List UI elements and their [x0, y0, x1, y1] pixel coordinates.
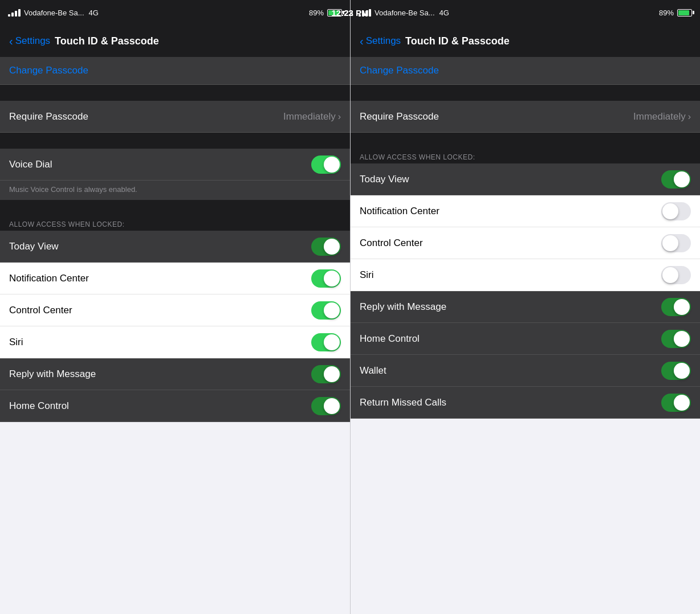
- right-notification-center-toggle[interactable]: [661, 202, 691, 220]
- toggle-knob: [324, 334, 340, 350]
- today-view-row[interactable]: Today View: [0, 231, 350, 263]
- right-status-right-group: 89%: [659, 9, 692, 17]
- right-spacer2: [351, 133, 700, 149]
- right-content: Change Passcode Require Passcode Immedia…: [351, 57, 700, 614]
- toggle-knob: [324, 271, 340, 286]
- require-passcode-label: Require Passcode: [9, 111, 88, 122]
- voice-dial-toggle[interactable]: [311, 155, 341, 174]
- right-change-passcode-section: Change Passcode: [351, 57, 700, 85]
- allow-access-header: ALLOW ACCESS WHEN LOCKED:: [0, 216, 350, 231]
- right-page-title: Touch ID & Passcode: [405, 35, 510, 47]
- right-home-control-row[interactable]: Home Control: [351, 323, 700, 355]
- left-status-bar: Vodafone-Be Sa... 4G 12:23 PM 89%: [0, 0, 350, 25]
- siri-toggle[interactable]: [311, 333, 341, 351]
- right-return-calls-label: Return Missed Calls: [360, 397, 446, 408]
- right-siri-row[interactable]: Siri: [351, 259, 700, 291]
- notification-center-toggle[interactable]: [311, 269, 341, 288]
- toggle-knob: [662, 267, 678, 283]
- toggle-knob: [324, 302, 340, 318]
- voice-dial-label: Voice Dial: [9, 159, 52, 170]
- reply-message-toggle[interactable]: [311, 365, 341, 383]
- right-notification-center-row[interactable]: Notification Center: [351, 195, 700, 227]
- right-reply-message-label: Reply with Message: [360, 301, 446, 313]
- right-return-calls-row[interactable]: Return Missed Calls: [351, 387, 700, 419]
- right-status-bar: Vodafone-Be Sa... 4G 12:22 PM 89%: [351, 0, 700, 25]
- right-siri-toggle[interactable]: [661, 266, 691, 284]
- right-nav-bar: ‹ Settings Touch ID & Passcode: [351, 25, 700, 57]
- back-button[interactable]: ‹ Settings: [9, 35, 50, 48]
- right-home-control-toggle[interactable]: [661, 330, 691, 348]
- right-control-center-toggle[interactable]: [661, 234, 691, 252]
- home-control-row[interactable]: Home Control: [0, 390, 350, 422]
- right-status-left: Vodafone-Be Sa... 4G: [359, 9, 449, 17]
- right-require-passcode-value-text: Immediately: [633, 111, 686, 122]
- right-status-time: 12:22 PM: [331, 8, 368, 18]
- today-view-toggle[interactable]: [311, 238, 341, 256]
- right-reply-message-row[interactable]: Reply with Message: [351, 291, 700, 323]
- control-center-toggle[interactable]: [311, 301, 341, 320]
- notification-center-row[interactable]: Notification Center: [0, 263, 350, 294]
- toggle-knob: [674, 331, 690, 347]
- left-status-left: Vodafone-Be Sa... 4G: [8, 9, 99, 17]
- back-chevron-icon: ‹: [9, 35, 13, 48]
- today-view-label: Today View: [9, 241, 59, 252]
- control-center-row[interactable]: Control Center: [0, 294, 350, 326]
- voice-dial-subtitle: Music Voice Control is always enabled.: [0, 181, 350, 200]
- carrier-text: Vodafone-Be Sa...: [24, 9, 84, 17]
- left-nav-bar: ‹ Settings Touch ID & Passcode: [0, 25, 350, 57]
- right-back-button[interactable]: ‹ Settings: [360, 35, 401, 48]
- right-siri-label: Siri: [360, 269, 374, 281]
- right-today-view-toggle[interactable]: [661, 170, 691, 189]
- right-wallet-toggle[interactable]: [661, 362, 691, 380]
- page-title: Touch ID & Passcode: [55, 35, 159, 47]
- right-return-calls-toggle[interactable]: [661, 394, 691, 412]
- notification-center-label: Notification Center: [9, 273, 89, 284]
- require-passcode-row[interactable]: Require Passcode Immediately ›: [0, 101, 350, 133]
- require-passcode-value-text: Immediately: [283, 111, 336, 122]
- toggle-knob: [324, 157, 340, 173]
- change-passcode-section: Change Passcode: [0, 57, 350, 85]
- right-reply-message-toggle[interactable]: [661, 298, 691, 316]
- spacer2: [0, 133, 350, 149]
- right-today-view-row[interactable]: Today View: [351, 163, 700, 195]
- right-wallet-row[interactable]: Wallet: [351, 355, 700, 387]
- chevron-right-icon: ›: [338, 112, 341, 122]
- change-passcode-button[interactable]: Change Passcode: [9, 65, 88, 76]
- right-chevron-right-icon: ›: [688, 112, 691, 122]
- toggle-knob: [324, 239, 340, 255]
- right-phone-panel: Vodafone-Be Sa... 4G 12:22 PM 89% ‹ Sett…: [350, 0, 700, 614]
- require-passcode-value: Immediately ›: [283, 111, 341, 122]
- left-content: Change Passcode Require Passcode Immedia…: [0, 57, 350, 614]
- right-back-label[interactable]: Settings: [366, 35, 401, 47]
- home-control-toggle[interactable]: [311, 397, 341, 415]
- right-battery-pct: 89%: [659, 9, 674, 17]
- toggle-knob: [324, 398, 340, 414]
- toggle-knob: [662, 235, 678, 251]
- voice-dial-subtitle-text: Music Voice Control is always enabled.: [9, 185, 137, 194]
- toggle-knob: [674, 171, 690, 187]
- right-notification-center-label: Notification Center: [360, 206, 439, 217]
- reply-message-row[interactable]: Reply with Message: [0, 358, 350, 390]
- voice-dial-row[interactable]: Voice Dial: [0, 149, 350, 181]
- right-control-center-row[interactable]: Control Center: [351, 227, 700, 259]
- right-home-control-label: Home Control: [360, 333, 420, 345]
- right-spacer1: [351, 85, 700, 101]
- network-badge: 4G: [89, 9, 99, 17]
- toggle-knob: [674, 363, 690, 379]
- right-require-passcode-row[interactable]: Require Passcode Immediately ›: [351, 101, 700, 133]
- right-require-passcode-label: Require Passcode: [360, 111, 439, 122]
- siri-row[interactable]: Siri: [0, 326, 350, 358]
- toggle-knob: [674, 299, 690, 315]
- siri-label: Siri: [9, 337, 23, 348]
- right-require-passcode-value: Immediately ›: [633, 111, 691, 122]
- right-allow-access-header: ALLOW ACCESS WHEN LOCKED:: [351, 149, 700, 163]
- back-label[interactable]: Settings: [15, 35, 50, 47]
- right-carrier-text: Vodafone-Be Sa...: [375, 9, 435, 17]
- right-battery-fill: [678, 10, 689, 15]
- right-change-passcode-button[interactable]: Change Passcode: [360, 65, 439, 76]
- signal-bars-icon: [8, 9, 21, 17]
- spacer3: [0, 200, 350, 216]
- spacer1: [0, 85, 350, 101]
- toggle-knob: [674, 395, 690, 411]
- right-network-badge: 4G: [439, 9, 449, 17]
